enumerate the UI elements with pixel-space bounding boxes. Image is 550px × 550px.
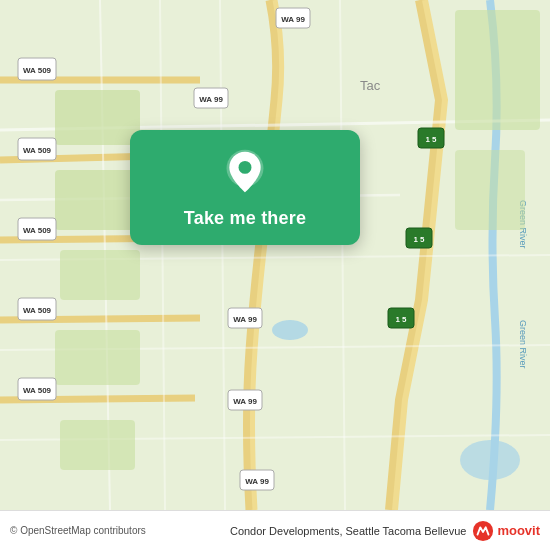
- svg-point-3: [460, 440, 520, 480]
- svg-text:WA 509: WA 509: [23, 306, 52, 315]
- svg-rect-22: [55, 330, 140, 385]
- svg-point-54: [239, 161, 252, 174]
- svg-text:WA 509: WA 509: [23, 226, 52, 235]
- take-me-there-button[interactable]: Take me there: [184, 208, 306, 229]
- svg-text:WA 509: WA 509: [23, 386, 52, 395]
- location-name-label: Condor Developments, Seattle Tacoma Bell…: [230, 525, 466, 537]
- map-attribution: © OpenStreetMap contributors: [10, 525, 146, 536]
- svg-point-4: [272, 320, 308, 340]
- bottom-bar: © OpenStreetMap contributors Condor Deve…: [0, 510, 550, 550]
- svg-text:WA 509: WA 509: [23, 66, 52, 75]
- svg-rect-19: [55, 90, 140, 145]
- svg-text:WA 99: WA 99: [233, 397, 257, 406]
- svg-text:1 5: 1 5: [395, 315, 407, 324]
- svg-rect-21: [60, 250, 140, 300]
- svg-text:WA 99: WA 99: [233, 315, 257, 324]
- moovit-icon: [472, 520, 494, 542]
- map-svg: Green River Green River: [0, 0, 550, 510]
- svg-text:WA 509: WA 509: [23, 146, 52, 155]
- moovit-text: moovit: [497, 523, 540, 538]
- svg-rect-25: [455, 150, 525, 230]
- svg-rect-24: [455, 10, 540, 130]
- moovit-logo: moovit: [472, 520, 540, 542]
- location-pin-icon: [221, 148, 269, 196]
- bottom-right-section: Condor Developments, Seattle Tacoma Bell…: [230, 520, 540, 542]
- map-container: Green River Green River: [0, 0, 550, 510]
- svg-text:Tac: Tac: [360, 78, 381, 93]
- svg-text:WA 99: WA 99: [199, 95, 223, 104]
- location-card: Take me there: [130, 130, 360, 245]
- svg-text:WA 99: WA 99: [281, 15, 305, 24]
- svg-text:1 5: 1 5: [413, 235, 425, 244]
- svg-text:WA 99: WA 99: [245, 477, 269, 486]
- svg-rect-23: [60, 420, 135, 470]
- svg-text:1 5: 1 5: [425, 135, 437, 144]
